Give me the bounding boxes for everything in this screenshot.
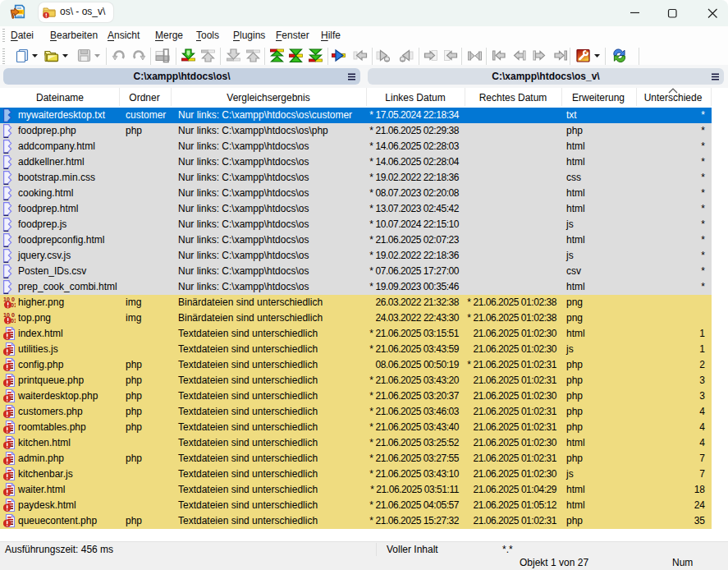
svg-text:10: 10 bbox=[3, 312, 10, 318]
svg-text:0: 0 bbox=[11, 296, 15, 302]
svg-text:10: 10 bbox=[3, 296, 10, 302]
svg-text:0: 0 bbox=[11, 312, 15, 318]
